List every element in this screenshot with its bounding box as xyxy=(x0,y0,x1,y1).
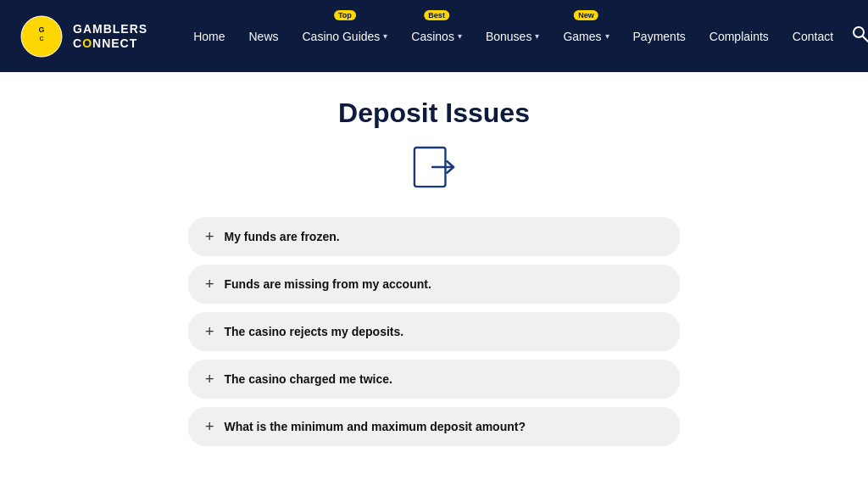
faq-label-3: The casino charged me twice. xyxy=(225,372,392,386)
nav-label-casinos: Casinos xyxy=(411,30,454,43)
nav-label-home: Home xyxy=(193,30,225,43)
faq-item-0[interactable]: + My funds are frozen. xyxy=(188,217,680,256)
chevron-down-icon: ▾ xyxy=(383,31,387,41)
chevron-down-icon-bonuses: ▾ xyxy=(535,31,539,41)
nav-label-casino-guides: Casino Guides xyxy=(303,30,381,43)
plus-icon-3: + xyxy=(205,371,214,387)
main-nav: G C GAMBLERS CONNECT Home News Top Casin… xyxy=(0,0,868,72)
nav-item-payments[interactable]: Payments xyxy=(621,0,698,72)
badge-best: Best xyxy=(424,10,449,20)
plus-icon-0: + xyxy=(205,229,214,244)
faq-item-1[interactable]: + Funds are missing from my account. xyxy=(188,265,680,304)
nav-item-contact[interactable]: Contact xyxy=(781,0,845,72)
svg-text:G: G xyxy=(38,25,44,34)
nav-label-bonuses: Bonuses xyxy=(486,30,531,43)
nav-item-casino-guides[interactable]: Top Casino Guides ▾ xyxy=(291,0,400,72)
nav-items: Home News Top Casino Guides ▾ Best Casin… xyxy=(181,0,868,72)
svg-line-4 xyxy=(863,36,868,42)
nav-label-games: Games xyxy=(563,30,601,43)
faq-item-3[interactable]: + The casino charged me twice. xyxy=(188,360,680,399)
badge-top: Top xyxy=(334,10,356,20)
nav-item-games[interactable]: New Games ▾ xyxy=(551,0,620,72)
faq-item-4[interactable]: + What is the minimum and maximum deposi… xyxy=(188,407,680,446)
logo-icon: G C xyxy=(17,12,66,61)
badge-new: New xyxy=(574,10,598,20)
svg-text:C: C xyxy=(39,36,43,42)
faq-label-2: The casino rejects my deposits. xyxy=(225,325,404,338)
faq-item-2[interactable]: + The casino rejects my deposits. xyxy=(188,312,680,351)
chevron-down-icon-casinos: ▾ xyxy=(458,31,462,41)
plus-icon-1: + xyxy=(205,276,214,292)
page-title: Deposit Issues xyxy=(70,98,798,129)
faq-list: + My funds are frozen. + Funds are missi… xyxy=(188,217,680,446)
search-icon[interactable] xyxy=(845,25,868,47)
nav-item-news[interactable]: News xyxy=(236,0,290,72)
nav-item-home[interactable]: Home xyxy=(181,0,236,72)
plus-icon-2: + xyxy=(205,324,214,339)
nav-item-complaints[interactable]: Complaints xyxy=(698,0,781,72)
faq-label-0: My funds are frozen. xyxy=(225,230,340,243)
logo-text: GAMBLERS CONNECT xyxy=(73,22,147,51)
logo[interactable]: G C GAMBLERS CONNECT xyxy=(17,12,147,61)
deposit-icon xyxy=(70,146,798,192)
nav-item-casinos[interactable]: Best Casinos ▾ xyxy=(399,0,474,72)
main-content: Deposit Issues + My funds are frozen. + … xyxy=(53,72,815,480)
faq-label-1: Funds are missing from my account. xyxy=(225,277,431,291)
nav-label-contact: Contact xyxy=(793,30,833,43)
svg-point-3 xyxy=(854,27,864,37)
nav-label-complaints: Complaints xyxy=(709,30,769,43)
nav-item-bonuses[interactable]: Bonuses ▾ xyxy=(474,0,551,72)
nav-label-payments: Payments xyxy=(633,30,686,43)
nav-label-news: News xyxy=(248,30,278,43)
chevron-down-icon-games: ▾ xyxy=(605,31,609,41)
plus-icon-4: + xyxy=(205,419,214,434)
faq-label-4: What is the minimum and maximum deposit … xyxy=(225,420,526,433)
